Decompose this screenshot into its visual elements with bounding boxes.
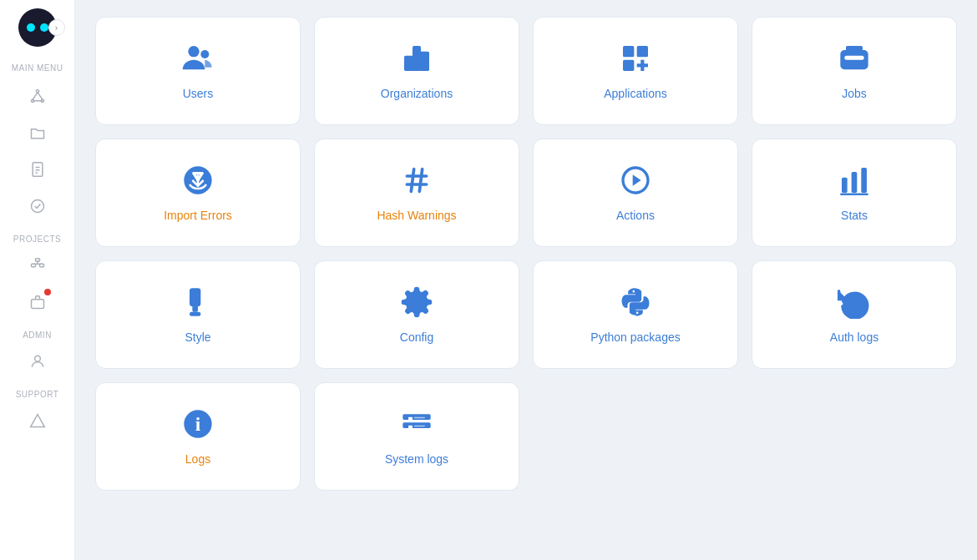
card-organizations[interactable]: Organizations bbox=[314, 17, 519, 125]
svg-rect-57 bbox=[414, 428, 421, 430]
person-settings-icon[interactable] bbox=[21, 345, 54, 378]
folder-icon[interactable] bbox=[21, 116, 54, 149]
card-config[interactable]: Config bbox=[314, 260, 519, 369]
badge-dot bbox=[44, 289, 51, 295]
svg-rect-11 bbox=[35, 259, 39, 261]
svg-point-20 bbox=[200, 50, 209, 58]
system-logs-label: System logs bbox=[385, 452, 448, 466]
svg-rect-23 bbox=[419, 52, 429, 71]
config-icon bbox=[400, 285, 433, 319]
projects-label: Projects bbox=[13, 235, 61, 244]
avatar-eye-left bbox=[27, 23, 35, 32]
users-label: Users bbox=[183, 87, 214, 100]
svg-rect-54 bbox=[414, 417, 425, 419]
support-label: Support bbox=[16, 390, 59, 399]
python-packages-icon bbox=[619, 285, 652, 319]
stats-icon bbox=[838, 164, 871, 197]
svg-text:i: i bbox=[195, 413, 201, 435]
auth-logs-label: Auth logs bbox=[830, 330, 878, 344]
card-hash-warnings[interactable]: Hash Warnings bbox=[314, 139, 519, 247]
warning-triangle-icon[interactable] bbox=[21, 404, 54, 437]
import-errors-icon bbox=[181, 164, 215, 197]
svg-rect-24 bbox=[623, 46, 634, 57]
organizations-label: Organizations bbox=[381, 87, 453, 100]
card-applications[interactable]: Applications bbox=[533, 17, 738, 125]
svg-line-3 bbox=[33, 93, 38, 99]
card-style[interactable]: Style bbox=[95, 260, 301, 369]
document-icon[interactable] bbox=[21, 153, 54, 186]
svg-marker-18 bbox=[30, 415, 44, 427]
config-label: Config bbox=[400, 330, 433, 344]
card-jobs[interactable]: Jobs bbox=[752, 17, 957, 125]
svg-point-17 bbox=[34, 356, 40, 361]
svg-rect-16 bbox=[31, 300, 43, 309]
svg-rect-21 bbox=[404, 56, 414, 71]
org-chart-icon[interactable] bbox=[21, 249, 54, 282]
admin-label: Admin bbox=[23, 330, 52, 340]
python-packages-label: Python packages bbox=[590, 330, 680, 344]
card-logs[interactable]: i Logs bbox=[95, 382, 301, 491]
svg-rect-56 bbox=[414, 426, 425, 427]
main-content: Users Organizations bbox=[75, 0, 977, 560]
avatar-eyes bbox=[27, 23, 48, 32]
applications-label: Applications bbox=[604, 87, 667, 100]
stats-label: Stats bbox=[841, 209, 868, 222]
applications-icon bbox=[619, 42, 652, 75]
svg-rect-45 bbox=[192, 304, 198, 312]
card-stats[interactable]: Stats bbox=[752, 139, 957, 247]
style-label: Style bbox=[185, 330, 210, 344]
svg-rect-55 bbox=[414, 420, 421, 421]
svg-point-0 bbox=[36, 90, 38, 93]
card-auth-logs[interactable]: Auth logs bbox=[752, 260, 957, 369]
svg-rect-30 bbox=[846, 46, 863, 53]
svg-rect-41 bbox=[852, 172, 858, 193]
auth-logs-icon bbox=[838, 285, 871, 319]
hash-warnings-icon bbox=[400, 164, 433, 197]
svg-rect-42 bbox=[861, 168, 867, 193]
svg-rect-53 bbox=[408, 426, 413, 428]
card-import-errors[interactable]: Import Errors bbox=[95, 139, 301, 247]
jobs-label: Jobs bbox=[842, 87, 867, 100]
svg-rect-46 bbox=[190, 312, 200, 316]
expand-button[interactable]: › bbox=[48, 19, 65, 36]
svg-rect-25 bbox=[637, 46, 648, 57]
card-system-logs[interactable]: System logs bbox=[314, 382, 519, 491]
svg-rect-52 bbox=[408, 417, 413, 420]
import-errors-label: Import Errors bbox=[164, 209, 232, 222]
cards-grid: Users Organizations bbox=[95, 17, 957, 491]
briefcase-icon[interactable] bbox=[21, 285, 54, 319]
svg-line-4 bbox=[38, 93, 43, 99]
card-users[interactable]: Users bbox=[95, 17, 301, 125]
svg-point-10 bbox=[31, 200, 43, 213]
card-actions[interactable]: Actions bbox=[533, 139, 738, 247]
logs-label: Logs bbox=[185, 452, 210, 466]
svg-point-19 bbox=[188, 46, 199, 57]
network-icon[interactable] bbox=[21, 79, 54, 113]
svg-line-38 bbox=[411, 169, 413, 192]
avatar-eye-right bbox=[40, 23, 48, 32]
hash-warnings-label: Hash Warnings bbox=[377, 209, 456, 222]
svg-rect-31 bbox=[844, 56, 863, 60]
sidebar: › Main menu Projects bbox=[0, 0, 75, 560]
actions-label: Actions bbox=[616, 209, 655, 222]
svg-rect-6 bbox=[33, 163, 43, 177]
logs-icon: i bbox=[181, 407, 215, 441]
users-icon bbox=[181, 42, 215, 75]
card-python-packages[interactable]: Python packages bbox=[533, 260, 738, 369]
jobs-icon bbox=[838, 42, 871, 75]
main-menu-label: Main menu bbox=[12, 63, 63, 73]
system-logs-icon bbox=[400, 407, 433, 441]
avatar[interactable]: › bbox=[18, 8, 57, 47]
style-icon bbox=[181, 285, 215, 319]
organizations-icon bbox=[400, 42, 433, 75]
actions-icon bbox=[619, 164, 652, 197]
svg-rect-40 bbox=[842, 178, 848, 193]
svg-rect-26 bbox=[623, 60, 634, 71]
svg-line-39 bbox=[419, 169, 422, 192]
check-circle-icon[interactable] bbox=[21, 189, 54, 223]
